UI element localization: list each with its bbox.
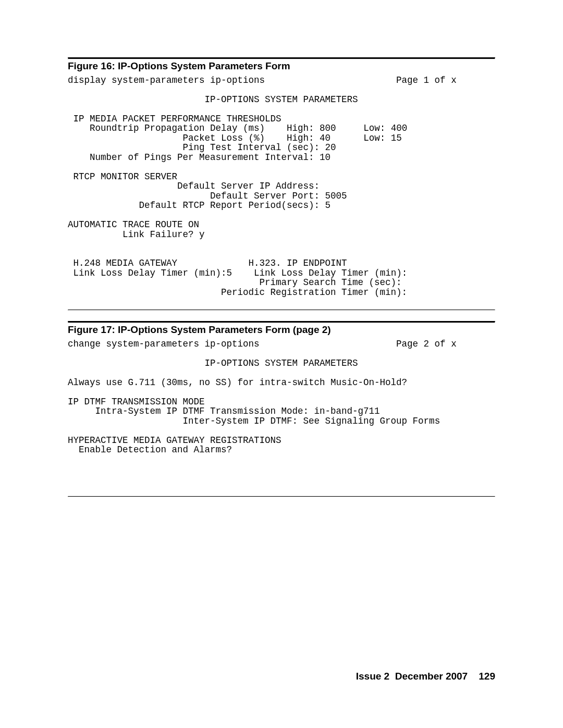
f16-h248-linkloss: Link Loss Delay Timer (min):5 (74, 268, 232, 278)
f16-h323-linkloss: Link Loss Delay Timer (min): (254, 268, 407, 278)
f16-roundtrip-label: Roundtrip Propagation Delay (ms) (90, 123, 265, 133)
spacer (68, 311, 495, 321)
f16-thresh-heading: IP MEDIA PACKET PERFORMANCE THRESHOLDS (74, 114, 282, 124)
figure17-bottom-rule (68, 496, 495, 497)
f16-h323-heading: H.323. IP ENDPOINT (249, 258, 347, 268)
figure16-top-rule (68, 57, 495, 59)
f16-packetloss-low: Low: 15 (363, 133, 402, 143)
figure16-caption: Figure 16: IP-Options System Parameters … (68, 61, 495, 71)
figure16-terminal: display system-parameters ip-options Pag… (68, 76, 495, 298)
f16-rtcp-period: Default RTCP Report Period(secs): 5 (139, 200, 331, 211)
figure17-terminal: change system-parameters ip-options Page… (68, 339, 495, 484)
f16-pings-per: Number of Pings Per Measurement Interval… (90, 152, 331, 163)
f16-packetloss-high: High: 40 (287, 133, 331, 143)
page-footer: Issue 2 December 2007 129 (356, 672, 495, 682)
f16-roundtrip-low: Low: 400 (363, 123, 407, 133)
figure17-caption: Figure 17: IP-Options System Parameters … (68, 325, 495, 335)
f16-rtcp-port: Default Server Port: 5005 (210, 191, 347, 201)
f16-rtcp-heading: RTCP MONITOR SERVER (74, 171, 178, 182)
f17-title: IP-OPTIONS SYSTEM PARAMETERS (205, 358, 358, 368)
f16-roundtrip-high: High: 800 (287, 123, 336, 133)
f17-dtmf-heading: IP DTMF TRANSMISSION MODE (68, 397, 205, 407)
f16-rtcp-ip: Default Server IP Address: (177, 181, 320, 191)
f16-h248-heading: H.248 MEDIA GATEWAY (74, 258, 178, 268)
f16-h323-periodic: Periodic Registration Timer (min): (221, 287, 407, 298)
footer-issue: Issue 2 (356, 671, 389, 682)
f17-dtmf-intra: Intra-System IP DTMF Transmission Mode: … (95, 406, 380, 416)
figure17-top-rule (68, 321, 495, 323)
footer-date: December 2007 (395, 671, 468, 682)
f17-cmd: change system-parameters ip-options (68, 339, 260, 349)
f16-cmd: display system-parameters ip-options (68, 75, 265, 85)
footer-page: 129 (479, 671, 495, 682)
f17-dtmf-inter: Inter-System IP DTMF: See Signaling Grou… (183, 416, 440, 426)
f17-moh: Always use G.711 (30ms, no SS) for intra… (68, 377, 407, 388)
f16-trace-heading: AUTOMATIC TRACE ROUTE ON (68, 219, 199, 230)
f16-ping-interval: Ping Test Interval (sec): 20 (183, 142, 336, 153)
document-page: Figure 16: IP-Options System Parameters … (0, 0, 563, 728)
f17-hyper-enable: Enable Detection and Alarms? (79, 445, 232, 455)
f17-page: Page 2 of x (396, 339, 457, 349)
f17-hyper-heading: HYPERACTIVE MEDIA GATEWAY REGISTRATIONS (68, 435, 282, 446)
f16-h323-primary: Primary Search Time (sec): (260, 277, 402, 288)
f16-packetloss-label: Packet Loss (%) (183, 133, 265, 143)
f16-trace-link: Link Failure? y (123, 229, 205, 240)
f16-page: Page 1 of x (396, 75, 457, 85)
f16-title: IP-OPTIONS SYSTEM PARAMETERS (205, 94, 358, 105)
